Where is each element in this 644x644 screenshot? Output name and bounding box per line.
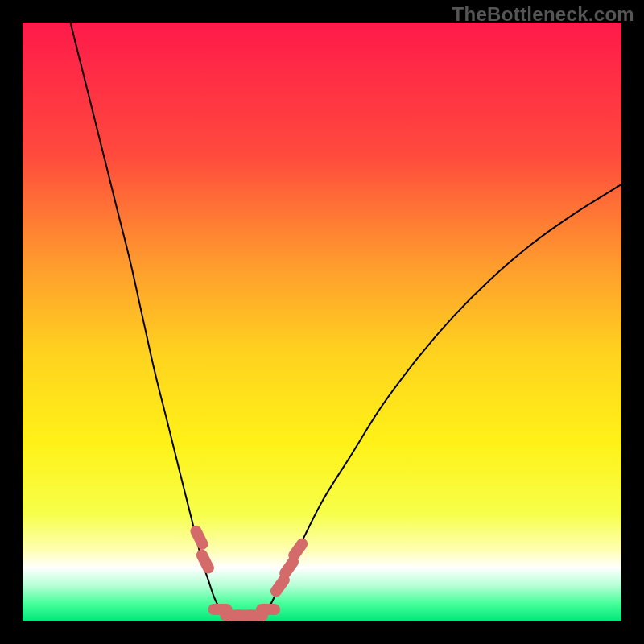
marker-group xyxy=(196,531,303,616)
valley-marker xyxy=(276,580,284,591)
plot-area xyxy=(23,23,621,621)
valley-marker xyxy=(294,544,302,555)
valley-marker xyxy=(196,531,203,544)
valley-marker xyxy=(285,562,293,573)
bottleneck-curve-left xyxy=(71,23,227,621)
watermark-text: TheBottleneck.com xyxy=(452,3,634,26)
bottleneck-curve-right xyxy=(262,184,621,621)
curve-layer xyxy=(23,23,621,621)
chart-frame: TheBottleneck.com xyxy=(0,0,644,644)
valley-marker xyxy=(202,555,208,568)
